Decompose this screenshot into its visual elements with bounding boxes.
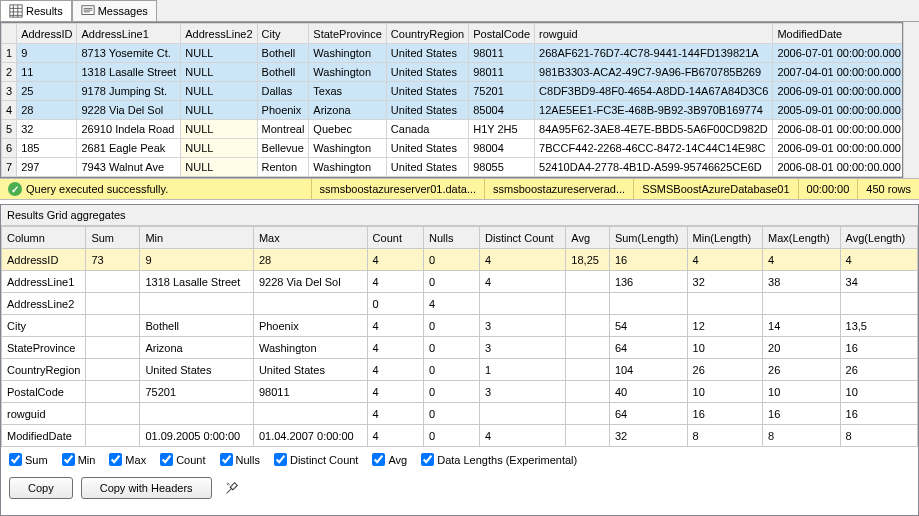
- grid-cell[interactable]: 2006-09-01 00:00:00.000: [773, 82, 903, 101]
- grid-cell[interactable]: Phoenix: [257, 101, 309, 120]
- row-number[interactable]: 2: [2, 63, 17, 82]
- agg-cell[interactable]: [253, 403, 367, 425]
- grid-cell[interactable]: 7BCCF442-2268-46CC-8472-14C44C14E98C: [535, 139, 773, 158]
- agg-cell[interactable]: 1318 Lasalle Street: [140, 271, 253, 293]
- agg-cell[interactable]: [140, 403, 253, 425]
- agg-cell[interactable]: 54: [609, 315, 687, 337]
- agg-cell[interactable]: 16: [840, 337, 917, 359]
- agg-cell[interactable]: 3: [480, 337, 566, 359]
- grid-cell[interactable]: 25: [17, 82, 77, 101]
- agg-cell[interactable]: 0: [424, 425, 480, 447]
- agg-cell[interactable]: 1: [480, 359, 566, 381]
- agg-cell[interactable]: 01.09.2005 0:00:00: [140, 425, 253, 447]
- agg-cell[interactable]: 0: [424, 271, 480, 293]
- agg-cell[interactable]: [566, 337, 610, 359]
- agg-cell[interactable]: 16: [763, 403, 841, 425]
- agg-cell[interactable]: 4: [367, 359, 423, 381]
- agg-cell[interactable]: AddressLine1: [2, 271, 86, 293]
- col-header[interactable]: AddressLine2: [181, 24, 257, 44]
- agg-cell[interactable]: City: [2, 315, 86, 337]
- grid-cell[interactable]: 98011: [469, 44, 535, 63]
- agg-cell[interactable]: Arizona: [140, 337, 253, 359]
- agg-cell[interactable]: [566, 293, 610, 315]
- grid-cell[interactable]: 11: [17, 63, 77, 82]
- agg-cell[interactable]: [566, 425, 610, 447]
- agg-cell[interactable]: Phoenix: [253, 315, 367, 337]
- agg-cell[interactable]: 12: [687, 315, 762, 337]
- grid-cell[interactable]: 28: [17, 101, 77, 120]
- grid-cell[interactable]: 9: [17, 44, 77, 63]
- row-number[interactable]: 7: [2, 158, 17, 177]
- col-header[interactable]: StateProvince: [309, 24, 386, 44]
- agg-cell[interactable]: 18,25: [566, 249, 610, 271]
- agg-col-header[interactable]: Max: [253, 227, 367, 249]
- agg-cell[interactable]: United States: [140, 359, 253, 381]
- grid-cell[interactable]: Renton: [257, 158, 309, 177]
- agg-cell[interactable]: 3: [480, 315, 566, 337]
- col-header[interactable]: AddressLine1: [77, 24, 181, 44]
- grid-cell[interactable]: Bothell: [257, 44, 309, 63]
- grid-cell[interactable]: 2006-07-01 00:00:00.000: [773, 44, 903, 63]
- grid-cell[interactable]: 2005-09-01 00:00:00.000: [773, 101, 903, 120]
- agg-cell[interactable]: 01.04.2007 0:00:00: [253, 425, 367, 447]
- agg-col-header[interactable]: Min: [140, 227, 253, 249]
- agg-cell[interactable]: 10: [687, 381, 762, 403]
- grid-cell[interactable]: 85004: [469, 101, 535, 120]
- agg-cell[interactable]: 10: [687, 337, 762, 359]
- agg-cell[interactable]: 4: [367, 337, 423, 359]
- agg-cell[interactable]: 26: [687, 359, 762, 381]
- grid-cell[interactable]: Washington: [309, 44, 386, 63]
- agg-cell[interactable]: 8: [840, 425, 917, 447]
- grid-cell[interactable]: United States: [386, 139, 468, 158]
- agg-cell[interactable]: 4: [424, 293, 480, 315]
- agg-cell[interactable]: 16: [687, 403, 762, 425]
- grid-cell[interactable]: H1Y 2H5: [469, 120, 535, 139]
- grid-cell[interactable]: Washington: [309, 158, 386, 177]
- check-min[interactable]: Min: [62, 453, 96, 466]
- grid-cell[interactable]: Texas: [309, 82, 386, 101]
- grid-cell[interactable]: Arizona: [309, 101, 386, 120]
- agg-cell[interactable]: [566, 359, 610, 381]
- agg-cell[interactable]: 20: [763, 337, 841, 359]
- agg-cell[interactable]: 28: [253, 249, 367, 271]
- agg-cell[interactable]: 4: [480, 249, 566, 271]
- grid-cell[interactable]: 26910 Indela Road: [77, 120, 181, 139]
- agg-cell[interactable]: 136: [609, 271, 687, 293]
- agg-cell[interactable]: Washington: [253, 337, 367, 359]
- grid-cell[interactable]: Dallas: [257, 82, 309, 101]
- row-number[interactable]: 5: [2, 120, 17, 139]
- agg-cell[interactable]: ModifiedDate: [2, 425, 86, 447]
- check-max[interactable]: Max: [109, 453, 146, 466]
- agg-cell[interactable]: [480, 293, 566, 315]
- agg-cell[interactable]: [86, 293, 140, 315]
- agg-cell[interactable]: 0: [424, 249, 480, 271]
- agg-cell[interactable]: 4: [687, 249, 762, 271]
- col-header[interactable]: AddressID: [17, 24, 77, 44]
- grid-cell[interactable]: 75201: [469, 82, 535, 101]
- grid-cell[interactable]: 12AE5EE1-FC3E-468B-9B92-3B970B169774: [535, 101, 773, 120]
- agg-cell[interactable]: [566, 403, 610, 425]
- agg-cell[interactable]: [253, 293, 367, 315]
- grid-cell[interactable]: NULL: [181, 82, 257, 101]
- check-sum[interactable]: Sum: [9, 453, 48, 466]
- agg-cell[interactable]: 0: [424, 359, 480, 381]
- agg-cell[interactable]: 14: [763, 315, 841, 337]
- agg-col-header[interactable]: Min(Length): [687, 227, 762, 249]
- grid-cell[interactable]: 98055: [469, 158, 535, 177]
- row-number[interactable]: 1: [2, 44, 17, 63]
- agg-cell[interactable]: 0: [424, 337, 480, 359]
- grid-cell[interactable]: Washington: [309, 63, 386, 82]
- agg-cell[interactable]: [86, 359, 140, 381]
- agg-col-header[interactable]: Nulls: [424, 227, 480, 249]
- agg-cell[interactable]: 4: [367, 271, 423, 293]
- grid-cell[interactable]: Washington: [309, 139, 386, 158]
- tools-button[interactable]: [220, 476, 244, 500]
- grid-cell[interactable]: Quebec: [309, 120, 386, 139]
- col-header[interactable]: City: [257, 24, 309, 44]
- agg-col-header[interactable]: Avg(Length): [840, 227, 917, 249]
- agg-cell[interactable]: 4: [367, 249, 423, 271]
- col-header[interactable]: PostalCode: [469, 24, 535, 44]
- agg-cell[interactable]: rowguid: [2, 403, 86, 425]
- agg-cell[interactable]: 4: [367, 425, 423, 447]
- agg-col-header[interactable]: Column: [2, 227, 86, 249]
